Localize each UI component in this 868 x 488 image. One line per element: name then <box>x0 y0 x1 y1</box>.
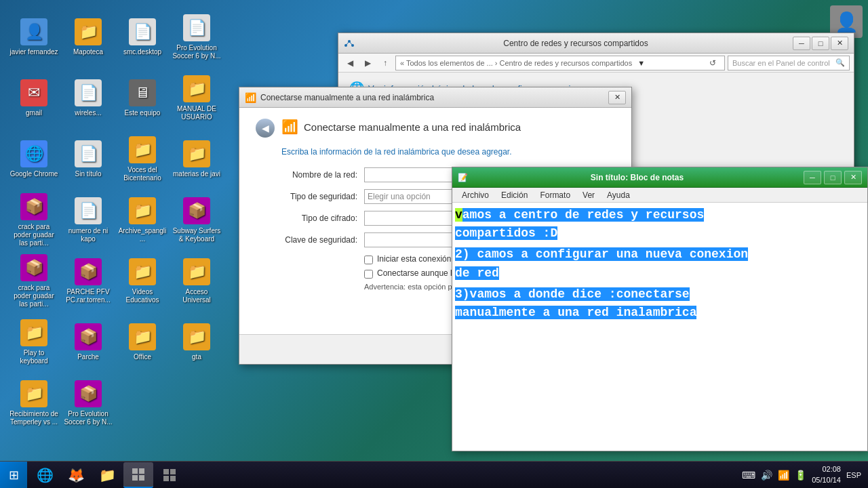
start-button[interactable]: ⊞ <box>0 462 27 489</box>
desktop-icon-smc[interactable]: 📄 smc.desktop <box>115 7 170 68</box>
notepad-window-controls: ─ □ ✕ <box>802 171 862 184</box>
notepad-minimize-btn[interactable]: ─ <box>804 171 821 184</box>
desktop-icon-gmail[interactable]: ✉ gmail <box>7 68 61 129</box>
taskbar-firefox[interactable]: 🦊 <box>61 462 91 488</box>
manual-titlebar[interactable]: 📶 Conectarse manualmente a una red inalá… <box>239 87 631 108</box>
desktop-icon-parche2[interactable]: 📦 Parche <box>61 312 115 373</box>
desktop-icon-voces[interactable]: 📁 Voces del Bicentenario <box>115 129 170 190</box>
desktop-icon-javier[interactable]: 👤 javier fernandez <box>7 7 61 68</box>
manual-title-icon: 📶 <box>245 92 256 103</box>
taskbar-chrome[interactable]: 🌐 <box>30 462 60 488</box>
taskbar-right: ⌨ 🔊 📶 🔋 02:08 05/10/14 ESP <box>742 464 868 485</box>
taskbar-language: ESP <box>846 471 861 479</box>
line1-cursor: v <box>455 208 462 222</box>
notepad-line-2: 2) camos a configurar una nueva conexion… <box>455 245 865 281</box>
redes-close-btn[interactable]: ✕ <box>831 37 848 50</box>
desktop-icon-manual[interactable]: 📁 MANUAL DE USUARIO <box>170 68 224 129</box>
line3-text: 3)vamos a donde dice :conectarse <box>455 287 690 301</box>
redes-toolbar: ◀ ▶ ↑ « Todos los elementos de ... › Cen… <box>338 54 854 73</box>
redes-forward-btn[interactable]: ▶ <box>360 56 375 70</box>
manual-close-btn[interactable]: ✕ <box>608 91 626 104</box>
desktop-icon-crack1[interactable]: 📦 crack para poder guadar las parti... <box>7 190 61 251</box>
notepad-menubar: Archivo Edición Formato Ver Ayuda <box>452 188 867 203</box>
manual-heading: 📶 Conectarse manualmente a una red inalá… <box>281 119 521 135</box>
taskbar-network-icon: 📶 <box>778 470 789 481</box>
line3-text-cont: manualmente a una red inalambrica <box>455 306 696 319</box>
menu-ver[interactable]: Ver <box>577 189 600 201</box>
taskbar-explorer[interactable]: 📁 <box>92 462 122 488</box>
desktop-icon-office[interactable]: 📁 Office <box>115 312 170 373</box>
manual-title-text: Conectarse manualmente a una red inalámb… <box>260 93 608 102</box>
taskbar-apps[interactable] <box>155 462 184 488</box>
desktop-icon-parche1[interactable]: 📦 PARCHE PFV PC.rar.torren... <box>61 251 115 312</box>
line2-text-cont: de red <box>455 266 499 280</box>
notepad-titlebar[interactable]: 📝 Sin título: Bloc de notas ─ □ ✕ <box>452 167 867 188</box>
notepad-title-icon: 📝 <box>458 173 468 182</box>
redes-up-btn[interactable]: ↑ <box>378 56 393 70</box>
manual-nav: ◀ 📶 Conectarse manualmente a una red ina… <box>256 119 615 138</box>
redes-address-bar[interactable]: « Todos los elementos de ... › Centro de… <box>395 56 725 70</box>
redes-maximize-btn[interactable]: □ <box>812 37 829 50</box>
line2-text: 2) camos a configurar una nueva conexion <box>455 247 748 261</box>
redes-back-btn[interactable]: ◀ <box>342 56 357 70</box>
nombre-label: Nombre de la red: <box>256 170 364 180</box>
desktop-icon-numero[interactable]: 📄 numero de ni kapo <box>61 190 115 251</box>
desktop-icon-proevo1[interactable]: 📄 Pro Evolution Soccer 6 by N... <box>170 7 224 68</box>
clave-label: Clave de seguridad: <box>256 235 364 245</box>
desktop-icon-videos[interactable]: 📁 Videos Educativos <box>115 251 170 312</box>
search-icon: 🔍 <box>835 58 845 67</box>
redes-titlebar[interactable]: Centro de redes y recursos compartidos ─… <box>338 33 854 54</box>
redes-title-text: Centro de redes y recursos compartidos <box>359 39 793 48</box>
svg-line-4 <box>349 41 353 45</box>
taskbar-time: 02:08 05/10/14 <box>812 464 841 485</box>
desktop-icon-mapoteca[interactable]: 📁 Mapoteca <box>61 7 115 68</box>
notepad-title-text: Sin título: Bloc de notas <box>472 173 802 182</box>
taskbar-battery-icon: 🔋 <box>795 470 806 481</box>
taskbar-keyboard-icon: ⌨ <box>742 470 755 481</box>
redes-search-box[interactable]: Buscar en el Panel de control 🔍 <box>728 56 850 70</box>
redes-refresh-btn[interactable]: ↺ <box>705 56 720 70</box>
tiposeg-label: Tipo de seguridad: <box>256 192 364 201</box>
notepad-close-btn[interactable]: ✕ <box>844 171 862 184</box>
manual-back-btn[interactable]: ◀ <box>256 119 275 138</box>
desktop-icon-recibimiento[interactable]: 📁 Recibimiento de Temperley vs ... <box>7 373 61 434</box>
menu-edicion[interactable]: Edición <box>496 189 533 201</box>
desktop-icon-play[interactable]: 📁 Play to keyboard <box>7 312 61 373</box>
taskbar-icons: 🌐 🦊 📁 <box>27 462 187 488</box>
line1-text-selected: amos a centro de redes y recursos <box>462 208 704 222</box>
taskbar: ⊞ 🌐 🦊 📁 <box>0 461 868 488</box>
redes-window-controls: ─ □ ✕ <box>793 37 848 50</box>
menu-ayuda[interactable]: Ayuda <box>601 189 635 201</box>
desktop-icon-chrome[interactable]: 🌐 Google Chrome <box>7 129 61 190</box>
taskbar-window-mgr[interactable] <box>123 462 153 488</box>
desktop-icon-materias[interactable]: 📁 materias de javi <box>170 129 224 190</box>
redes-minimize-btn[interactable]: ─ <box>793 37 810 50</box>
notepad-line-3: 3)vamos a donde dice :conectarse manualm… <box>455 285 865 321</box>
redes-title-icon <box>344 38 355 49</box>
auto-connect-checkbox[interactable] <box>364 256 373 264</box>
desktop-icon-archive[interactable]: 📁 Archive_spangli... <box>115 190 170 251</box>
notepad-text-area[interactable]: vamos a centro de redes y recursos compa… <box>452 203 867 451</box>
manual-subtitle: Escriba la información de la red inalámb… <box>281 147 615 157</box>
tipocif-label: Tipo de cifrado: <box>256 214 364 223</box>
menu-formato[interactable]: Formato <box>534 189 576 201</box>
desktop-icon-equipo[interactable]: 🖥 Este equipo <box>115 68 170 129</box>
notepad-maximize-btn[interactable]: □ <box>824 171 842 184</box>
svg-line-3 <box>346 41 349 45</box>
desktop-icon-sintitulo[interactable]: 📄 Sin título <box>61 129 115 190</box>
desktop-icon-crack2[interactable]: 📦 crack para poder guadar las parti... <box>7 251 61 312</box>
desktop: 👤 javier fernandez 📁 Mapoteca 📄 smc.desk… <box>0 0 868 488</box>
desktop-icon-subway[interactable]: 📦 Subway Surfers & Keyboard <box>170 190 224 251</box>
desktop-icons-grid: 👤 javier fernandez 📁 Mapoteca 📄 smc.desk… <box>0 0 231 454</box>
desktop-icon-proevo2[interactable]: 📦 Pro Evolution Soccer 6 by N... <box>61 373 115 434</box>
menu-archivo[interactable]: Archivo <box>456 189 494 201</box>
desktop-icon-wireless[interactable]: 📄 wireles... <box>61 68 115 129</box>
desktop-icon-gta[interactable]: 📁 gta <box>170 312 224 373</box>
desktop-icon-acceso[interactable]: 📁 Acceso Universal <box>170 251 224 312</box>
notepad-line-1: vamos a centro de redes y recursos compa… <box>455 205 865 242</box>
taskbar-sound-icon: 🔊 <box>761 470 772 481</box>
window-notepad: 📝 Sin título: Bloc de notas ─ □ ✕ Archiv… <box>452 167 868 451</box>
manual-window-controls: ✕ <box>608 91 626 104</box>
no-broadcast-checkbox[interactable] <box>364 270 373 279</box>
address-dropdown-icon[interactable]: ▼ <box>637 59 645 67</box>
